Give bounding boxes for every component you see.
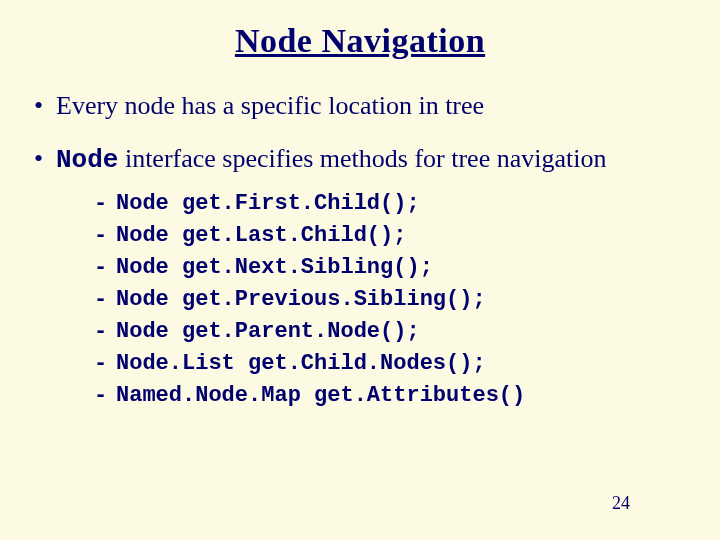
main-bullet-list: Every node has a specific location in tr… — [30, 88, 690, 411]
bullet-1-text: Every node has a specific location in tr… — [56, 91, 484, 120]
slide-container: Node Navigation Every node has a specifi… — [0, 0, 720, 540]
method-item: Node.List get.Child.Nodes(); — [94, 348, 690, 380]
method-item: Node get.Next.Sibling(); — [94, 252, 690, 284]
bullet-line-2: Node interface specifies methods for tre… — [30, 141, 690, 411]
method-item: Named.Node.Map get.Attributes() — [94, 380, 690, 412]
bullet-2-rest: interface specifies methods for tree nav… — [118, 144, 606, 173]
method-item: Node get.First.Child(); — [94, 188, 690, 220]
slide-title: Node Navigation — [235, 22, 485, 60]
method-item: Node get.Parent.Node(); — [94, 316, 690, 348]
method-item: Node get.Last.Child(); — [94, 220, 690, 252]
method-list: Node get.First.Child(); Node get.Last.Ch… — [94, 188, 690, 411]
title-wrap: Node Navigation — [30, 22, 690, 60]
bullet-2-codeword: Node — [56, 145, 118, 175]
method-item: Node get.Previous.Sibling(); — [94, 284, 690, 316]
page-number: 24 — [612, 493, 630, 514]
bullet-line-1: Every node has a specific location in tr… — [30, 88, 690, 123]
